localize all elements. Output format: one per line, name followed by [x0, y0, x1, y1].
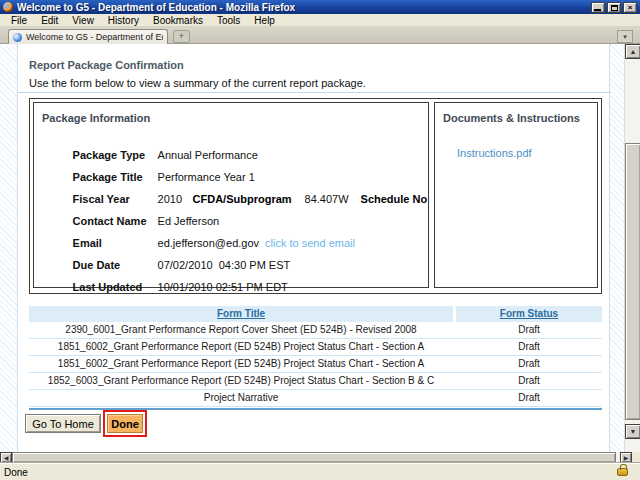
documents-instructions-box: Documents & Instructions Instructions.pd…	[434, 102, 598, 288]
package-information-box: Package Information Package TypeAnnual P…	[33, 102, 429, 288]
tab-welcome-g5[interactable]: Welcome to G5 - Department of Edu...	[8, 29, 168, 44]
scroll-down-icon: ▼	[630, 428, 637, 435]
horizontal-scrollbar[interactable]: ◀ ▶	[0, 452, 632, 463]
scroll-left-icon: ◀	[4, 455, 9, 461]
documents-instructions-title: Documents & Instructions	[443, 112, 580, 124]
forms-table-body: 2390_6001_Grant Performance Report Cover…	[29, 322, 602, 407]
email-row: Emailed.jefferson@ed.govclick to send em…	[42, 225, 426, 239]
browser-viewport: Report Package Confirmation Use the form…	[0, 44, 640, 452]
window-title: Welcome to G5 - Department of Education …	[17, 2, 589, 13]
form-title-header: Form Title	[29, 306, 453, 322]
minimize-button[interactable]	[591, 2, 605, 13]
menu-help[interactable]: Help	[249, 15, 280, 26]
form-title-sort-link[interactable]: Form Title	[217, 308, 265, 319]
due-date-row: Due Date07/02/2010 04:30 PM EST	[42, 247, 426, 261]
table-row: 2390_6001_Grant Performance Report Cover…	[29, 322, 602, 339]
package-type-row: Package TypeAnnual Performance	[42, 137, 426, 151]
package-information-title: Package Information	[42, 112, 150, 124]
menu-file[interactable]: File	[6, 15, 32, 26]
table-row: Project NarrativeDraft	[29, 390, 602, 407]
done-button[interactable]: Done	[107, 414, 143, 433]
last-updated-value: 10/01/2010 02:51 PM EDT	[158, 281, 288, 293]
menu-view[interactable]: View	[67, 15, 99, 26]
scroll-up-button[interactable]: ▲	[625, 44, 640, 59]
divider	[18, 92, 611, 93]
close-button[interactable]: ×	[623, 2, 637, 13]
scroll-up-icon: ▲	[630, 48, 637, 55]
menu-bar: File Edit View History Bookmarks Tools H…	[0, 14, 640, 27]
form-title-cell: 1851_6002_Grant Performance Report (ED 5…	[29, 339, 453, 355]
new-tab-button[interactable]: +	[173, 30, 190, 43]
report-package-page: Report Package Confirmation Use the form…	[17, 44, 610, 452]
chevron-down-icon: ▾	[623, 33, 627, 40]
contact-name-row: Contact NameEd Jefferson	[42, 203, 426, 217]
tab-list-dropdown[interactable]: ▾	[617, 30, 633, 43]
scroll-down-button[interactable]: ▼	[625, 424, 640, 439]
form-status-cell: Draft	[456, 356, 602, 372]
table-row: 1851_6002_Grant Performance Report (ED 5…	[29, 356, 602, 373]
instructions-pdf-link[interactable]: Instructions.pdf	[457, 147, 532, 159]
menu-tools[interactable]: Tools	[212, 15, 245, 26]
scroll-right-icon: ▶	[624, 455, 629, 461]
form-status-cell: Draft	[456, 339, 602, 355]
scroll-left-button[interactable]: ◀	[0, 452, 12, 463]
form-title-cell: 1851_6002_Grant Performance Report (ED 5…	[29, 356, 453, 372]
close-icon: ×	[628, 3, 633, 12]
form-status-cell: Draft	[456, 373, 602, 389]
form-title-cell: 1852_6003_Grant Performance Report (ED 5…	[29, 373, 453, 389]
last-updated-row: Last Updated10/01/2010 02:51 PM EDT	[42, 269, 426, 283]
go-to-home-button[interactable]: Go To Home	[25, 414, 101, 433]
form-status-cell: Draft	[456, 322, 602, 338]
window-titlebar[interactable]: Welcome to G5 - Department of Education …	[0, 0, 640, 14]
fiscal-year-row: Fiscal Year2010CFDA/Subprogram84.407WSch…	[42, 181, 426, 195]
form-title-cell: Project Narrative	[29, 390, 453, 406]
menu-edit[interactable]: Edit	[36, 15, 63, 26]
minimize-icon	[594, 9, 601, 11]
tab-title: Welcome to G5 - Department of Edu...	[26, 32, 163, 42]
vertical-scrollbar[interactable]: ▲ ▼	[624, 44, 640, 452]
form-status-header: Form Status	[456, 306, 602, 322]
new-tab-icon: +	[179, 31, 184, 41]
summary-container: Package Information Package TypeAnnual P…	[29, 98, 602, 294]
tab-bar: Welcome to G5 - Department of Edu... + ▾	[0, 27, 640, 44]
form-status-sort-link[interactable]: Form Status	[500, 308, 558, 319]
secure-lock-icon[interactable]	[617, 468, 628, 476]
horizontal-scrollbar-thumb[interactable]	[12, 452, 616, 463]
vertical-scrollbar-thumb[interactable]	[625, 143, 640, 420]
done-button-highlight: Done	[103, 410, 147, 437]
status-text: Done	[4, 467, 617, 478]
status-bar: Done	[0, 463, 640, 480]
site-favicon	[13, 33, 22, 42]
form-status-cell: Draft	[456, 390, 602, 406]
page-intro-text: Use the form below to view a summary of …	[29, 77, 366, 89]
scroll-right-button[interactable]: ▶	[620, 452, 632, 463]
restore-button[interactable]	[607, 2, 621, 13]
restore-icon	[611, 5, 618, 11]
last-updated-label: Last Updated	[73, 281, 158, 293]
form-title-cell: 2390_6001_Grant Performance Report Cover…	[29, 322, 453, 338]
scrollbar-corner	[632, 452, 640, 463]
menu-history[interactable]: History	[103, 15, 144, 26]
firefox-app-icon	[3, 2, 13, 12]
page-title: Report Package Confirmation	[29, 59, 184, 71]
menu-bookmarks[interactable]: Bookmarks	[148, 15, 208, 26]
table-row: 1851_6002_Grant Performance Report (ED 5…	[29, 339, 602, 356]
table-row: 1852_6003_Grant Performance Report (ED 5…	[29, 373, 602, 390]
package-title-row: Package TitlePerformance Year 1	[42, 159, 426, 173]
